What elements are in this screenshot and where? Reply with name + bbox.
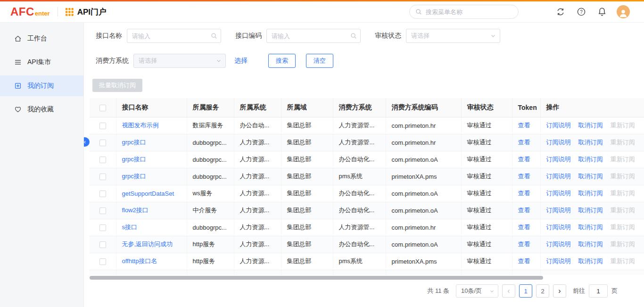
- token-view-link[interactable]: 查看: [518, 241, 530, 248]
- api-name-link[interactable]: 无参,返回访问成功: [122, 241, 173, 248]
- row-checkbox[interactable]: [99, 207, 106, 214]
- subscribe-note-link[interactable]: 订阅说明: [546, 173, 571, 180]
- apps-grid-icon: [66, 8, 74, 16]
- cell-status: 审核通过: [461, 134, 512, 151]
- resubscribe-link[interactable]: 重新订阅: [611, 274, 635, 275]
- filter-audit-status: 审核状态 请选择: [375, 29, 500, 43]
- subscribe-note-link[interactable]: 订阅说明: [546, 156, 571, 163]
- unsubscribe-link[interactable]: 取消订阅: [578, 241, 603, 248]
- subscribe-note-link[interactable]: 订阅说明: [546, 207, 571, 214]
- search-button[interactable]: 搜索: [268, 54, 296, 68]
- token-view-link[interactable]: 查看: [518, 207, 530, 214]
- token-view-link[interactable]: 查看: [518, 224, 530, 231]
- api-name-link[interactable]: s接口: [122, 224, 138, 231]
- bell-icon[interactable]: [596, 6, 608, 18]
- subscribe-note-link[interactable]: 订阅说明: [546, 257, 571, 265]
- cell-status: 审核通过: [461, 168, 512, 185]
- row-checkbox[interactable]: [99, 123, 106, 129]
- api-name-input[interactable]: [127, 29, 221, 43]
- unsubscribe-link[interactable]: 取消订阅: [578, 190, 603, 197]
- menu-search-input[interactable]: [426, 8, 512, 16]
- api-name-link[interactable]: grpc接口: [122, 156, 146, 163]
- resubscribe-link[interactable]: 重新订阅: [611, 156, 635, 163]
- api-name-link[interactable]: getSupportDataSet: [122, 190, 174, 197]
- clear-button[interactable]: 清空: [306, 54, 333, 68]
- audit-status-select[interactable]: 请选择: [406, 29, 500, 43]
- subscribe-note-link[interactable]: 订阅说明: [546, 190, 571, 197]
- resubscribe-link[interactable]: 重新订阅: [611, 139, 635, 146]
- subscribe-note-link[interactable]: 订阅说明: [546, 224, 571, 231]
- cell-domain: 集团总部: [281, 236, 333, 253]
- resubscribe-link[interactable]: 重新订阅: [611, 190, 635, 197]
- sidebar-item-my-subscriptions[interactable]: 我的订阅: [0, 75, 83, 96]
- resubscribe-link[interactable]: 重新订阅: [611, 224, 635, 231]
- prev-page-button[interactable]: ‹: [502, 284, 515, 298]
- row-checkbox[interactable]: [99, 174, 106, 180]
- token-view-link[interactable]: 查看: [518, 173, 530, 180]
- page-button-1[interactable]: 1: [519, 284, 532, 298]
- row-checkbox[interactable]: [99, 224, 106, 231]
- cell-consumer: 办公自动化...: [333, 151, 386, 168]
- sidebar-collapse-toggle[interactable]: ‹: [84, 137, 90, 147]
- token-view-link[interactable]: 查看: [518, 122, 530, 129]
- unsubscribe-link[interactable]: 取消订阅: [578, 274, 603, 275]
- logo[interactable]: AFCenter: [10, 5, 50, 18]
- unsubscribe-link[interactable]: 取消订阅: [578, 122, 603, 129]
- sidebar-item-workbench[interactable]: 工作台: [0, 28, 83, 49]
- column-header: 审核状态: [461, 98, 512, 117]
- api-name-link[interactable]: bean接口: [122, 274, 148, 275]
- menu-search[interactable]: [409, 5, 519, 19]
- choose-link[interactable]: 选择: [234, 57, 248, 65]
- batch-unsubscribe-button[interactable]: 批量取消订阅: [92, 79, 142, 92]
- subscribe-note-link[interactable]: 订阅说明: [546, 122, 571, 129]
- avatar[interactable]: [617, 5, 630, 18]
- filter-row-1: 接口名称 接口编码 审核状态: [96, 28, 644, 43]
- unsubscribe-link[interactable]: 取消订阅: [578, 139, 603, 146]
- api-name-link[interactable]: offhttp接口名: [122, 257, 157, 265]
- row-checkbox[interactable]: [99, 258, 106, 265]
- next-page-button[interactable]: ›: [553, 284, 566, 298]
- api-code-input[interactable]: [266, 29, 361, 43]
- resubscribe-link[interactable]: 重新订阅: [611, 173, 635, 180]
- resubscribe-link[interactable]: 重新订阅: [611, 122, 635, 129]
- filter-row-2: 消费方系统 请选择 选择 搜索 清空: [96, 53, 644, 68]
- token-view-link[interactable]: 查看: [518, 156, 530, 163]
- page-button-2[interactable]: 2: [536, 284, 549, 298]
- resubscribe-link[interactable]: 重新订阅: [611, 241, 635, 248]
- api-name-link[interactable]: grpc接口: [122, 173, 146, 180]
- goto-page-input[interactable]: [589, 284, 608, 298]
- sync-icon[interactable]: [554, 6, 567, 18]
- page-size-select[interactable]: 10条/页: [456, 284, 498, 298]
- resubscribe-link[interactable]: 重新订阅: [611, 257, 635, 265]
- cell-status: 审核通过: [461, 202, 512, 219]
- unsubscribe-link[interactable]: 取消订阅: [578, 173, 603, 180]
- cell-consumer: pms系统: [333, 253, 386, 270]
- row-checkbox[interactable]: [99, 140, 106, 146]
- sidebar-item-api-market[interactable]: API集市: [0, 52, 83, 73]
- cell-system: 人力资源...: [234, 236, 281, 253]
- api-name-link[interactable]: flow2接口: [122, 207, 149, 214]
- resubscribe-link[interactable]: 重新订阅: [611, 207, 635, 214]
- help-icon[interactable]: ?: [575, 6, 587, 18]
- subscribe-note-link[interactable]: 订阅说明: [546, 274, 571, 275]
- api-name-link[interactable]: 视图发布示例: [122, 122, 159, 129]
- subscribe-note-link[interactable]: 订阅说明: [546, 241, 571, 248]
- row-checkbox[interactable]: [99, 241, 106, 248]
- logo-enter-text: enter: [35, 10, 50, 17]
- subscribe-note-link[interactable]: 订阅说明: [546, 139, 571, 146]
- token-view-link[interactable]: 查看: [518, 190, 530, 197]
- consumer-system-select[interactable]: 请选择: [133, 54, 226, 68]
- row-checkbox[interactable]: [99, 191, 106, 197]
- horizontal-scrollbar-thumb[interactable]: [90, 276, 543, 280]
- unsubscribe-link[interactable]: 取消订阅: [578, 224, 603, 231]
- api-name-link[interactable]: grpc接口: [122, 139, 146, 146]
- unsubscribe-link[interactable]: 取消订阅: [578, 207, 603, 214]
- token-view-link[interactable]: 查看: [518, 139, 530, 146]
- unsubscribe-link[interactable]: 取消订阅: [578, 156, 603, 163]
- sidebar-item-my-favorites[interactable]: 我的收藏: [0, 99, 83, 120]
- token-view-link[interactable]: 查看: [518, 274, 530, 275]
- token-view-link[interactable]: 查看: [518, 257, 530, 265]
- unsubscribe-link[interactable]: 取消订阅: [578, 257, 603, 265]
- select-all-checkbox[interactable]: [99, 105, 106, 111]
- row-checkbox[interactable]: [99, 157, 106, 163]
